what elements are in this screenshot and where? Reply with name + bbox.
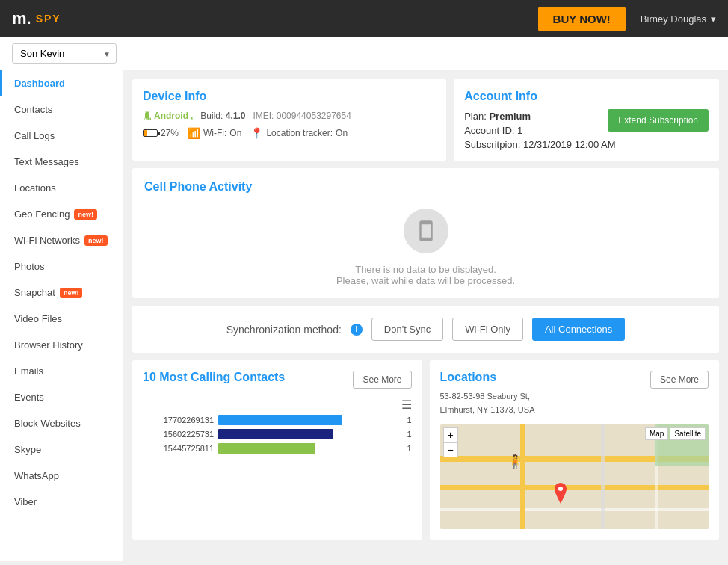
device-info-title: Device Info	[143, 90, 436, 103]
all-connections-button[interactable]: All Connections	[532, 318, 625, 341]
subscription-value: 12/31/2019 12:00 AM	[523, 139, 616, 150]
wifi-label: Wi-Fi:	[203, 128, 226, 138]
battery-indicator: 27%	[143, 128, 179, 138]
new-badge: new!	[84, 235, 108, 246]
sidebar-item-browserhistory[interactable]: Browser History	[0, 332, 123, 358]
zoom-out-button[interactable]: −	[443, 442, 458, 457]
sidebar-item-label: Snapchat	[14, 287, 55, 298]
menu-icon[interactable]: ☰	[401, 398, 412, 411]
battery-icon	[143, 129, 158, 137]
bar-wrap-3	[218, 443, 395, 454]
sidebar-item-dashboard[interactable]: Dashboard	[0, 70, 123, 96]
sidebar-item-emails[interactable]: Emails	[0, 358, 123, 384]
sidebar-item-label: Events	[14, 392, 44, 403]
os-name: Android	[154, 111, 188, 121]
bar-count-1: 1	[400, 416, 412, 424]
locations-card-header: Locations 53-82-53-98 Seabury St, Elmhur…	[440, 371, 709, 419]
sidebar-item-events[interactable]: Events	[0, 384, 123, 410]
sidebar-item-label: Browser History	[14, 339, 83, 351]
battery-pct: 27%	[161, 128, 179, 138]
locations-see-more-button[interactable]: See More	[650, 371, 709, 389]
contacts-chart-title: 10 Most Calling Contacts	[143, 371, 285, 384]
bar-row-2: 15602225731 1	[143, 429, 412, 439]
logo: m. SPY	[12, 9, 61, 28]
bar-label-3: 15445725811	[143, 444, 214, 453]
bar-fill-2	[218, 429, 333, 439]
location-label: Location tracker:	[266, 128, 333, 138]
sidebar-item-textmessages[interactable]: Text Messages	[0, 149, 123, 175]
device-selector-wrap: Son Kevin	[12, 43, 117, 64]
zoom-in-button[interactable]: +	[443, 427, 458, 442]
main-layout: Dashboard Contacts Call Logs Text Messag…	[0, 70, 728, 561]
header: m. SPY BUY NOW! Birney Douglas ▾	[0, 0, 728, 37]
plan-label: Plan:	[464, 111, 489, 122]
location-value: On	[336, 128, 348, 138]
user-menu[interactable]: Birney Douglas ▾	[641, 13, 716, 25]
sidebar-item-skype[interactable]: Skype	[0, 436, 123, 463]
subscription-label: Subscritpion:	[464, 139, 523, 150]
sidebar-item-snapchat[interactable]: Snapchat new!	[0, 280, 123, 306]
new-badge: new!	[74, 209, 97, 220]
bar-row-1: 17702269131 1	[143, 415, 412, 425]
sidebar-item-wifi[interactable]: Wi-Fi Networks new!	[0, 227, 123, 253]
road-h3	[440, 508, 709, 511]
sidebar-item-geofencing[interactable]: Geo Fencing new!	[0, 201, 123, 227]
buy-now-button[interactable]: BUY NOW!	[538, 7, 626, 31]
sidebar-item-label: Text Messages	[14, 156, 79, 167]
sidebar-item-label: WhatsApp	[14, 470, 59, 481]
device-info-card: Device Info Android, Build: 4.1.0 IMEI: …	[132, 79, 446, 161]
logo-spy: SPY	[36, 13, 61, 25]
no-data-line1: There is no data to be displayed.	[144, 264, 707, 275]
sidebar-item-label: Wi-Fi Networks	[14, 235, 80, 246]
sidebar-item-label: Dashboard	[14, 78, 65, 89]
sidebar-item-calllogs[interactable]: Call Logs	[0, 123, 123, 149]
no-data-line2: Please, wait while data will be processe…	[144, 275, 707, 286]
info-icon[interactable]: i	[351, 324, 363, 336]
content-area: Device Info Android, Build: 4.1.0 IMEI: …	[123, 70, 728, 561]
cell-phone-activity-card: Cell Phone Activity There is no data to …	[132, 168, 719, 298]
sidebar-item-label: Skype	[14, 444, 41, 455]
sidebar-item-viber[interactable]: Viber	[0, 489, 123, 515]
sidebar-item-contacts[interactable]: Contacts	[0, 96, 123, 123]
new-badge: new!	[60, 288, 83, 298]
road-v2	[601, 424, 605, 529]
contacts-see-more-button[interactable]: See More	[353, 371, 411, 389]
sidebar-item-label: Emails	[14, 365, 43, 377]
bottom-row: 10 Most Calling Contacts See More ☰ 1770…	[132, 360, 719, 540]
sidebar-item-photos[interactable]: Photos	[0, 253, 123, 280]
location-address-line1: 53-82-53-98 Seabury St,	[440, 392, 535, 401]
location-pin-icon: 📍	[250, 127, 263, 139]
bar-count-3: 1	[400, 444, 412, 453]
map-pin	[552, 483, 570, 510]
sidebar-item-blockwebsites[interactable]: Block Websites	[0, 410, 123, 436]
account-info-title: Account Info	[464, 90, 709, 103]
device-bar: Son Kevin	[0, 37, 728, 70]
wifi-status: 📶 Wi-Fi: On	[188, 127, 241, 139]
road-h2	[440, 485, 709, 490]
extend-subscription-button[interactable]: Extend Subscription	[608, 109, 709, 132]
bar-label-2: 15602225731	[143, 430, 214, 439]
sidebar-item-locations[interactable]: Locations	[0, 175, 123, 201]
wifi-only-button[interactable]: Wi-Fi Only	[452, 318, 523, 341]
location-address-line2: Elmhurst, NY 11373, USA	[440, 405, 535, 414]
subscription-row: Subscritpion: 12/31/2019 12:00 AM	[464, 139, 709, 150]
header-right: BUY NOW! Birney Douglas ▾	[538, 7, 716, 31]
wifi-value: On	[229, 128, 241, 138]
dont-sync-button[interactable]: Don't Sync	[371, 318, 443, 341]
map-zoom-controls: + −	[443, 427, 458, 457]
bar-fill-3	[218, 443, 315, 454]
device-selector[interactable]: Son Kevin	[12, 43, 117, 64]
imei-value: 000944053297654	[277, 111, 351, 121]
sidebar-item-whatsapp[interactable]: WhatsApp	[0, 463, 123, 489]
sidebar-item-label: Locations	[14, 182, 56, 194]
sidebar-item-videofiles[interactable]: Video Files	[0, 306, 123, 332]
map-type-map-button[interactable]: Map	[645, 427, 668, 440]
sidebar-item-label: Call Logs	[14, 130, 55, 141]
imei-text: IMEI: 000944053297654	[253, 111, 351, 121]
map-container: 🧍 Map Satellite + −	[440, 424, 709, 529]
sidebar-item-label: Viber	[14, 496, 37, 507]
plan-value: Premium	[489, 111, 531, 122]
contacts-card: 10 Most Calling Contacts See More ☰ 1770…	[132, 360, 422, 540]
map-type-satellite-button[interactable]: Satellite	[670, 427, 706, 440]
build-value: 4.1.0	[226, 111, 246, 121]
